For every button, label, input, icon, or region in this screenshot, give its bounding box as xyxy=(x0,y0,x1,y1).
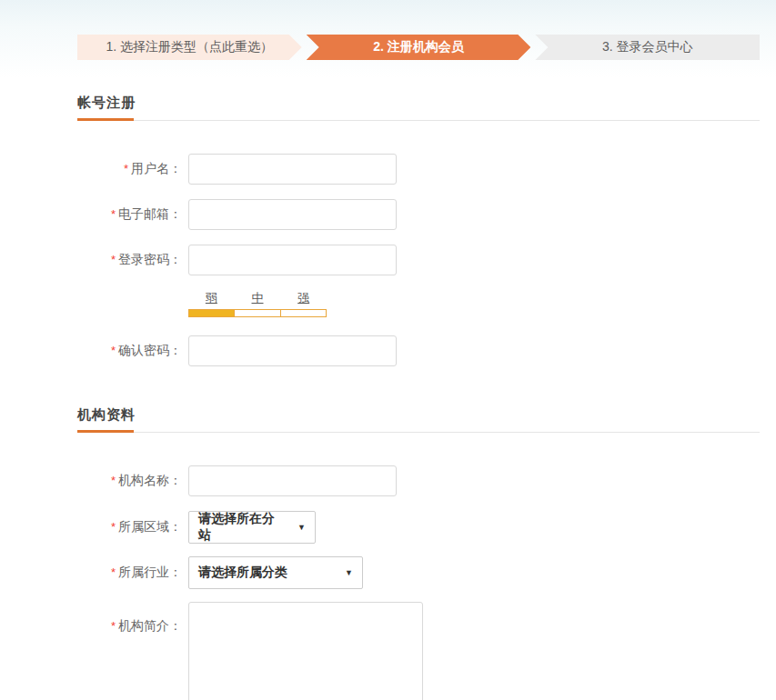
strength-cell-weak xyxy=(189,310,234,316)
industry-label-text: 所属行业： xyxy=(118,565,182,579)
strength-label-medium: 中 xyxy=(235,290,281,306)
required-marker: * xyxy=(111,253,116,266)
password-input[interactable] xyxy=(188,245,397,275)
form-row-confirm-password: *确认密码： xyxy=(77,335,760,366)
form-row-industry: *所属行业： 请选择所属分类 ▼ xyxy=(77,556,760,589)
strength-label-weak: 弱 xyxy=(188,290,235,306)
password-strength-meter: 弱 中 强 xyxy=(188,290,327,317)
step-label: 1. 选择注册类型（点此重选） xyxy=(106,39,274,55)
industry-select-value: 请选择所属分类 xyxy=(198,565,287,581)
dropdown-arrow-icon: ▼ xyxy=(345,568,353,577)
section-accent-bar xyxy=(77,430,134,433)
strength-bar xyxy=(188,309,327,317)
strength-label-strong: 强 xyxy=(280,290,327,306)
registration-page: 1. 选择注册类型（点此重选） 2. 注册机构会员 3. 登录会员中心 帐号注册… xyxy=(77,35,760,700)
password-label-text: 登录密码： xyxy=(118,252,182,266)
section-header-account: 帐号注册 xyxy=(77,95,760,121)
required-marker: * xyxy=(111,474,116,487)
region-label: *所属区域： xyxy=(77,519,182,535)
section-accent-bar xyxy=(77,118,134,121)
org-name-input[interactable] xyxy=(188,465,397,496)
step-choose-registration-type[interactable]: 1. 选择注册类型（点此重选） xyxy=(77,35,302,60)
email-label-text: 电子邮箱： xyxy=(118,206,182,221)
username-input[interactable] xyxy=(188,154,397,185)
form-row-email: *电子邮箱： xyxy=(77,199,760,230)
confirm-password-label: *确认密码： xyxy=(77,343,182,359)
org-name-label-text: 机构名称： xyxy=(118,473,182,487)
org-form: *机构名称： *所属区域： 请选择所在分站 ▼ *所属行业： 请选择所属分类 ▼… xyxy=(77,465,760,700)
section-divider xyxy=(77,432,760,433)
email-label: *电子邮箱： xyxy=(77,206,182,223)
region-label-text: 所属区域： xyxy=(118,519,182,534)
required-marker: * xyxy=(111,565,116,579)
required-marker: * xyxy=(124,162,128,175)
region-select[interactable]: 请选择所在分站 ▼ xyxy=(188,511,316,544)
org-intro-label-text: 机构简介： xyxy=(118,618,182,633)
dropdown-arrow-icon: ▼ xyxy=(297,523,306,532)
org-intro-textarea[interactable] xyxy=(188,602,423,700)
step-label: 3. 登录会员中心 xyxy=(602,39,693,55)
required-marker: * xyxy=(111,619,116,633)
required-marker: * xyxy=(111,520,116,534)
industry-select[interactable]: 请选择所属分类 ▼ xyxy=(188,556,363,589)
form-row-org-name: *机构名称： xyxy=(77,465,760,496)
password-label: *登录密码： xyxy=(77,252,182,268)
org-intro-label: *机构简介： xyxy=(77,602,182,635)
org-section-title: 机构资料 xyxy=(77,406,760,432)
progress-steps: 1. 选择注册类型（点此重选） 2. 注册机构会员 3. 登录会员中心 xyxy=(77,35,760,60)
username-label-text: 用户名： xyxy=(131,161,182,175)
username-label: *用户名： xyxy=(77,161,182,177)
step-label: 2. 注册机构会员 xyxy=(373,39,464,55)
form-row-password: *登录密码： xyxy=(77,245,760,275)
confirm-password-input[interactable] xyxy=(188,335,397,366)
account-section-title: 帐号注册 xyxy=(77,95,760,120)
step-login-member-center: 3. 登录会员中心 xyxy=(535,35,760,60)
form-row-username: *用户名： xyxy=(77,154,760,185)
strength-labels: 弱 中 强 xyxy=(188,290,327,306)
industry-label: *所属行业： xyxy=(77,565,182,581)
confirm-password-label-text: 确认密码： xyxy=(118,343,182,357)
email-input[interactable] xyxy=(188,199,397,230)
account-form: *用户名： *电子邮箱： *登录密码： 弱 中 强 *确认密码： xyxy=(77,154,760,366)
region-select-value: 请选择所在分站 xyxy=(198,511,287,544)
org-name-label: *机构名称： xyxy=(77,473,182,489)
step-register-org-member: 2. 注册机构会员 xyxy=(307,35,531,60)
strength-cell-strong xyxy=(280,310,326,316)
required-marker: * xyxy=(111,207,116,221)
strength-cell-medium xyxy=(234,310,279,316)
required-marker: * xyxy=(111,344,116,357)
form-row-region: *所属区域： 请选择所在分站 ▼ xyxy=(77,511,760,544)
form-row-org-intro: *机构简介： xyxy=(77,602,760,700)
section-header-org: 机构资料 xyxy=(77,406,760,433)
section-divider xyxy=(77,120,760,121)
